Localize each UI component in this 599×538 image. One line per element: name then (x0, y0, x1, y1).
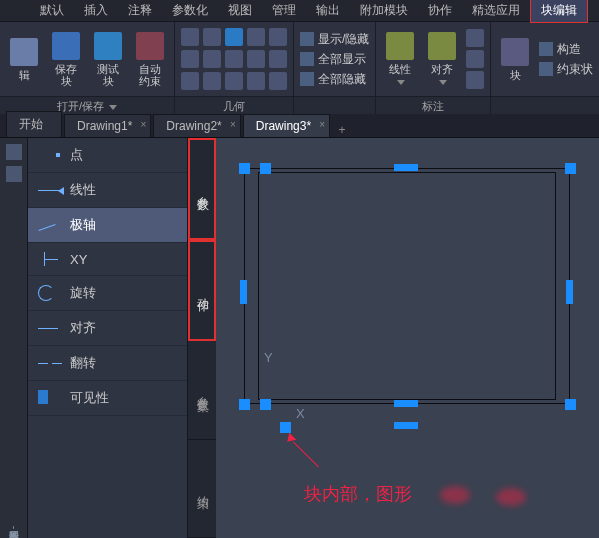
construction-icon (539, 42, 553, 56)
palette-item-label: 线性 (70, 181, 96, 199)
sidetab-参数[interactable]: 参数 (188, 138, 216, 240)
drawing-canvas[interactable]: Y X 块内部，图形 (216, 138, 599, 538)
constraint-icon[interactable] (247, 50, 265, 68)
grip-bar[interactable] (394, 400, 418, 407)
align-dim-button[interactable]: 对齐 (424, 30, 460, 89)
palette-item-xy[interactable]: XY (28, 243, 187, 276)
linear-dim-button[interactable]: 线性 (382, 30, 418, 89)
annotation-smudge (440, 486, 470, 504)
grip[interactable] (260, 399, 271, 410)
sidetab-参数集[interactable]: 参数集 (188, 341, 216, 440)
grip[interactable] (239, 163, 250, 174)
constraint-icon[interactable] (181, 50, 199, 68)
sidetab-动作[interactable]: 动作 (188, 240, 216, 342)
drawing-tab[interactable]: Drawing3*× (243, 114, 330, 137)
constraint-icon[interactable] (203, 28, 221, 46)
geometry-constraints-grid[interactable] (181, 28, 287, 90)
menu-精选应用[interactable]: 精选应用 (462, 0, 530, 22)
construction-button[interactable]: 构造 (539, 41, 593, 58)
menu-输出[interactable]: 输出 (306, 0, 350, 22)
palette-item-point[interactable]: 点 (28, 138, 187, 173)
drawing-tab[interactable]: Drawing2*× (153, 114, 240, 137)
menu-协作[interactable]: 协作 (418, 0, 462, 22)
constraint-icon[interactable] (247, 72, 265, 90)
constraint-icon[interactable] (203, 50, 221, 68)
drawing-tab[interactable]: Drawing1*× (64, 114, 151, 137)
palette-sidetabs: 参数动作参数集约束 (188, 138, 216, 538)
block-table-button[interactable]: 块 (497, 36, 533, 83)
constraint-icon[interactable] (247, 28, 265, 46)
menu-插入[interactable]: 插入 (74, 0, 118, 22)
rotate-icon (38, 285, 62, 301)
gutter-label: 图号选项板 - 所有选项板 (7, 523, 21, 532)
hide-all-icon (300, 72, 314, 86)
menu-附加模块[interactable]: 附加模块 (350, 0, 418, 22)
close-icon[interactable]: × (319, 119, 325, 130)
grip[interactable] (260, 163, 271, 174)
constraint-icon[interactable] (269, 72, 287, 90)
constraint-icon[interactable] (181, 28, 199, 46)
show-all-button[interactable]: 全部显示 (300, 51, 369, 68)
grip[interactable] (565, 163, 576, 174)
flip-icon (38, 355, 62, 371)
show-all-icon (300, 52, 314, 66)
hide-all-button[interactable]: 全部隐藏 (300, 71, 369, 88)
palette-item-polar[interactable]: 极轴 (28, 208, 187, 243)
palette-item-label: 极轴 (70, 216, 96, 234)
constraint-icon[interactable] (225, 72, 243, 90)
drawing-tab[interactable]: 开始 (6, 111, 62, 137)
ribbon: 辑 保存 块 测试 块 自动 约束 打开/保存 几何 显示/隐藏 全部显示 全部… (0, 22, 599, 114)
dim-icon[interactable] (466, 71, 484, 89)
grip[interactable] (280, 422, 291, 433)
gutter-icon[interactable] (6, 166, 22, 182)
auto-constrain-button[interactable]: 自动 约束 (132, 30, 168, 89)
edit-block-button[interactable]: 辑 (6, 36, 42, 83)
new-tab-button[interactable]: + (332, 123, 352, 137)
gutter-icon[interactable] (6, 144, 22, 160)
panel-label-geom: 几何 (175, 96, 293, 114)
palette-item-flip[interactable]: 翻转 (28, 346, 187, 381)
palette-item-label: 旋转 (70, 284, 96, 302)
constraint-icon[interactable] (181, 72, 199, 90)
constraint-icon[interactable] (225, 50, 243, 68)
menu-参数化[interactable]: 参数化 (162, 0, 218, 22)
menu-注释[interactable]: 注释 (118, 0, 162, 22)
grip[interactable] (565, 399, 576, 410)
dim-icon[interactable] (466, 29, 484, 47)
show-hide-button[interactable]: 显示/隐藏 (300, 31, 369, 48)
constraint-icon[interactable] (203, 72, 221, 90)
save-block-button[interactable]: 保存 块 (48, 30, 84, 89)
menu-管理[interactable]: 管理 (262, 0, 306, 22)
annotation-arrow (288, 436, 328, 476)
menu-块编辑[interactable]: 块编辑 (530, 0, 588, 23)
grip-bar[interactable] (240, 280, 247, 304)
close-icon[interactable]: × (230, 119, 236, 130)
axis-y-label: Y (264, 350, 273, 365)
palette-item-label: 可见性 (70, 389, 109, 407)
palette-item-label: XY (70, 252, 87, 267)
test-block-button[interactable]: 测试 块 (90, 30, 126, 89)
menu-默认[interactable]: 默认 (30, 0, 74, 22)
grip-bar[interactable] (566, 280, 573, 304)
close-icon[interactable]: × (141, 119, 147, 130)
dim-icon[interactable] (466, 50, 484, 68)
show-hide-icon (300, 32, 314, 46)
menu-bar: 默认插入注释参数化视图管理输出附加模块协作精选应用块编辑 (0, 0, 599, 22)
constraint-icon[interactable] (269, 50, 287, 68)
sidetab-约束[interactable]: 约束 (188, 440, 216, 539)
constraint-icon[interactable] (269, 28, 287, 46)
constraint-icon[interactable] (225, 28, 243, 46)
palette-item-label: 点 (70, 146, 83, 164)
palette-item-vis[interactable]: 可见性 (28, 381, 187, 416)
palette-item-align[interactable]: 对齐 (28, 311, 187, 346)
annotation-text: 块内部，图形 (304, 482, 412, 506)
grip-bar[interactable] (394, 164, 418, 171)
status-icon (539, 62, 553, 76)
menu-视图[interactable]: 视图 (218, 0, 262, 22)
block-inner-rect (258, 172, 556, 400)
palette-item-rotate[interactable]: 旋转 (28, 276, 187, 311)
grip[interactable] (239, 399, 250, 410)
constraint-status-button[interactable]: 约束状 (539, 61, 593, 78)
grip-bar[interactable] (394, 422, 418, 429)
palette-item-linear[interactable]: 线性 (28, 173, 187, 208)
